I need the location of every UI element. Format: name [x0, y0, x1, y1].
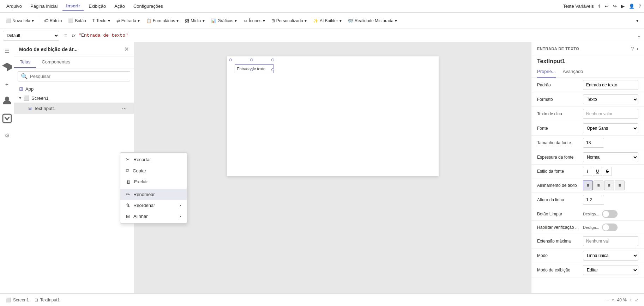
rename-label: Renomear	[133, 192, 155, 197]
handle-bm[interactable]	[250, 68, 253, 71]
expand-panel-icon[interactable]: ›	[637, 46, 638, 51]
context-delete[interactable]: 🗑 Excluir	[120, 176, 187, 187]
help-icon[interactable]: ?	[639, 4, 641, 9]
menu-arquivo[interactable]: Arquivo	[3, 2, 25, 10]
align-center-button[interactable]: ≡	[594, 180, 603, 190]
padrao-input[interactable]	[583, 80, 638, 90]
context-menu-button[interactable]: ···	[120, 104, 129, 112]
nova-tela-button[interactable]: ⬜ Nova tela ▾	[3, 17, 37, 25]
status-bar: ⬜ Screen1 ⊟ TextInput1 − ○ 40 % + ⤢	[0, 293, 644, 306]
modo-select[interactable]: Linha única	[583, 251, 638, 261]
sidebar-var-icon[interactable]	[1, 113, 13, 124]
formato-select[interactable]: Texto	[583, 94, 638, 104]
italic-button[interactable]: I	[583, 167, 592, 176]
align-right-button[interactable]: ≡	[604, 180, 614, 190]
textinput1-tab[interactable]: ⊟ TextInput1	[35, 298, 60, 302]
fonte-select[interactable]: Open Sans	[583, 123, 638, 133]
botao-button[interactable]: ⬜ Botão	[65, 17, 89, 25]
sidebar-add-icon[interactable]: +	[1, 79, 13, 90]
undo-icon[interactable]: ↩	[605, 4, 609, 9]
menu-bar: Arquivo Página Inicial Inserir Exibição …	[0, 0, 644, 13]
menu-configuracoes[interactable]: Configurações	[130, 2, 167, 10]
formularios-button[interactable]: 📋 Formulários ▾	[143, 17, 181, 25]
realidade-misturada-button[interactable]: 🥽 Realidade Misturada ▾	[345, 17, 400, 25]
help-icon[interactable]: ?	[631, 46, 634, 51]
strikethrough-button[interactable]: S	[603, 167, 612, 176]
text-input-widget[interactable]: Entrada de texto	[235, 64, 273, 73]
zoom-out-button[interactable]: −	[606, 298, 609, 302]
equals-button[interactable]: =	[62, 32, 69, 39]
sidebar-layers-icon[interactable]	[1, 62, 13, 73]
prop-alinhamento: Alinhamento de texto ≡ ≡ ≡ ≡	[531, 178, 644, 193]
entrada-button[interactable]: ⇄ Entrada ▾	[114, 17, 143, 25]
modo-exibicao-select[interactable]: Editar	[583, 265, 638, 275]
sidebar-data-icon[interactable]	[1, 96, 13, 107]
formula-bar: Default = fx ⌄	[0, 29, 644, 42]
expand-chevron[interactable]: ▾	[19, 96, 21, 100]
fx-icon: fx	[72, 33, 76, 38]
align-left-button[interactable]: ≡	[583, 180, 593, 190]
tab-telas[interactable]: Telas	[14, 56, 36, 68]
graficos-button[interactable]: 📊 Gráficos ▾	[208, 17, 240, 25]
texto-dica-input[interactable]	[583, 109, 638, 119]
tree-item-screen1[interactable]: ▾ ⬜ Screen1	[14, 93, 134, 103]
prop-texto-dica: Texto de dica	[531, 107, 644, 121]
zoom-in-button[interactable]: +	[630, 298, 632, 302]
stethoscope-icon[interactable]: ⚕	[598, 4, 601, 9]
context-align[interactable]: ⊟ Alinhar ›	[120, 211, 187, 222]
underline-button[interactable]: U	[593, 167, 602, 176]
user-icon[interactable]: 👤	[629, 4, 634, 9]
handle-tl[interactable]	[229, 59, 232, 61]
handle-br[interactable]	[271, 68, 274, 71]
nova-tela-chevron: ▾	[32, 18, 34, 23]
tab-componentes[interactable]: Componentes	[36, 56, 76, 68]
context-cut[interactable]: ✂ Recortar	[120, 154, 187, 165]
button-icon: ⬜	[68, 18, 73, 23]
tree-item-textinput1[interactable]: ⊟ TextInput1 ···	[14, 103, 134, 114]
midia-button[interactable]: 🖼 Mídia ▾	[182, 17, 207, 25]
handle-tm[interactable]	[250, 59, 253, 61]
right-panel: ENTRADA DE TEXTO ? › TextInput1 Proprie.…	[531, 42, 644, 293]
altura-linha-input[interactable]	[583, 195, 604, 205]
redo-icon[interactable]: ↪	[613, 4, 617, 9]
menu-exibicao[interactable]: Exibição	[85, 2, 109, 10]
habilitar-verificacao-toggle[interactable]	[602, 224, 618, 231]
sidebar-menu-icon[interactable]: ☰	[1, 45, 13, 56]
graficos-chevron: ▾	[235, 18, 237, 23]
habilitar-verificacao-toggle-label: Desliga...	[583, 225, 599, 229]
tab-properties[interactable]: Proprie...	[537, 66, 556, 78]
context-copy[interactable]: ⧉ Copiar	[120, 165, 187, 176]
context-menu: ✂ Recortar ⧉ Copiar 🗑 Excluir ✏ Renomear…	[120, 152, 187, 224]
tree-item-app[interactable]: ⊞ App	[14, 84, 134, 93]
extensao-maxima-input[interactable]	[583, 236, 638, 246]
rotulo-button[interactable]: 🏷 Rótulo	[41, 17, 65, 25]
menu-pagina-inicial[interactable]: Página Inicial	[27, 2, 61, 10]
expand-formula-button[interactable]: ⌄	[637, 33, 641, 38]
personalizado-button[interactable]: ⊞ Personalizado ▾	[269, 17, 309, 25]
screen-icon: ⬜	[23, 95, 29, 101]
property-selector[interactable]: Default	[3, 31, 59, 41]
formula-input[interactable]	[78, 33, 634, 38]
context-rename[interactable]: ✏ Renomear	[120, 189, 187, 200]
texto-button[interactable]: T Texto ▾	[90, 17, 113, 25]
tab-advanced[interactable]: Avançado	[563, 66, 583, 78]
context-reorder[interactable]: ⇅ Reordenar ›	[120, 200, 187, 211]
menu-acao[interactable]: Ação	[111, 2, 128, 10]
prop-tamanho-fonte: Tamanho da fonte	[531, 136, 644, 150]
ai-builder-button[interactable]: ✨ AI Builder ▾	[310, 17, 344, 25]
canvas-area[interactable]: Entrada de texto	[134, 42, 531, 293]
more-button[interactable]: ▾	[633, 17, 641, 25]
espessura-fonte-select[interactable]: Normal Bold Semibold	[583, 152, 638, 162]
icones-button[interactable]: ☺ Ícones ▾	[240, 17, 268, 25]
fullscreen-button[interactable]: ⤢	[635, 298, 638, 302]
screen1-tab[interactable]: ⬜ Screen1	[6, 298, 29, 302]
menu-inserir[interactable]: Inserir	[62, 2, 84, 11]
play-icon[interactable]: ▶	[621, 4, 625, 9]
tree-close-button[interactable]: ✕	[124, 46, 129, 53]
align-justify-button[interactable]: ≡	[615, 180, 625, 190]
botao-limpar-toggle[interactable]	[602, 210, 618, 218]
handle-tr[interactable]	[271, 59, 274, 61]
search-input[interactable]	[30, 74, 127, 79]
tamanho-fonte-input[interactable]	[583, 138, 604, 148]
sidebar-settings-icon[interactable]: ⚙	[1, 130, 13, 141]
